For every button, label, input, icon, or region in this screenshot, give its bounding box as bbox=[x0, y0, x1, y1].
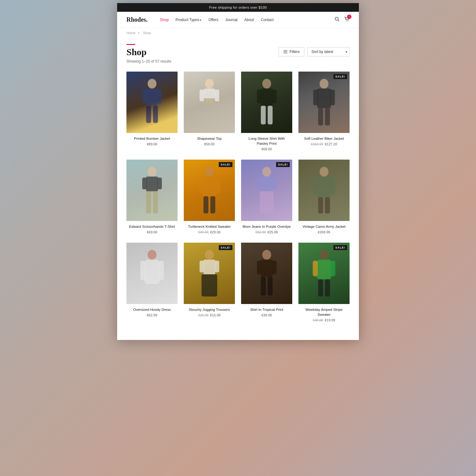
product-card[interactable]: Vintage Camo Army Jacket€269.99 bbox=[298, 160, 350, 235]
product-card[interactable]: Shirt In Tropical Print€38.99 bbox=[241, 243, 292, 323]
top-banner: Free shipping for orders over $100 bbox=[117, 3, 359, 12]
product-image bbox=[298, 160, 350, 221]
product-card[interactable]: Long Sleeve Shirt With Paisley Print€69.… bbox=[241, 72, 292, 152]
svg-rect-69 bbox=[313, 261, 318, 276]
svg-point-61 bbox=[262, 250, 271, 260]
breadcrumb: Home » Shop bbox=[117, 28, 359, 38]
product-figure bbox=[241, 160, 292, 221]
page-title: Shop bbox=[126, 47, 147, 57]
svg-rect-19 bbox=[257, 90, 261, 103]
nav-journal[interactable]: Journal bbox=[225, 18, 237, 22]
svg-rect-39 bbox=[203, 196, 208, 213]
svg-rect-40 bbox=[210, 196, 215, 213]
product-figure bbox=[298, 72, 350, 133]
product-figure bbox=[126, 243, 178, 304]
product-card[interactable]: SALE!Soft Leather Biker Jacket€162.99€12… bbox=[298, 72, 350, 152]
sort-select[interactable]: Sort by latestPrice: Low to HighPrice: H… bbox=[307, 47, 350, 56]
product-info: Oversized Hoody Dress€62.99 bbox=[126, 304, 178, 318]
product-price: €38.99 bbox=[242, 313, 291, 317]
svg-rect-32 bbox=[157, 178, 162, 189]
product-card[interactable]: SALE!Weekday Amped Stripe Sweater€40.00€… bbox=[298, 243, 350, 323]
product-image bbox=[184, 243, 235, 304]
svg-rect-18 bbox=[261, 89, 272, 106]
svg-rect-20 bbox=[272, 90, 276, 103]
svg-rect-54 bbox=[140, 261, 145, 280]
svg-rect-31 bbox=[142, 178, 147, 189]
product-image bbox=[184, 72, 235, 133]
price-original: €162.99 bbox=[311, 142, 323, 146]
nav-links: Shop Product Types Offers Journal About … bbox=[160, 18, 335, 22]
svg-rect-16 bbox=[215, 90, 219, 101]
product-price: €49.00€29.00 bbox=[185, 230, 234, 234]
breadcrumb-current: Shop bbox=[143, 31, 151, 35]
sale-badge: SALE! bbox=[219, 245, 232, 250]
svg-rect-12 bbox=[153, 106, 158, 123]
svg-rect-48 bbox=[313, 178, 318, 194]
nav-product-types[interactable]: Product Types bbox=[175, 18, 201, 22]
svg-rect-72 bbox=[325, 279, 330, 296]
filter-button[interactable]: Filters bbox=[279, 47, 304, 56]
product-image bbox=[298, 243, 350, 304]
svg-point-52 bbox=[148, 250, 156, 260]
showing-text: Showing 1–20 of 57 results bbox=[126, 59, 350, 64]
svg-rect-28 bbox=[325, 108, 330, 125]
svg-rect-47 bbox=[317, 177, 332, 197]
product-info: Turtleneck Knitted Sweater€49.00€29.00 bbox=[184, 221, 235, 235]
svg-rect-24 bbox=[317, 89, 331, 108]
product-card[interactable]: Printed Bomber Jacket€89.00 bbox=[126, 72, 178, 152]
svg-rect-10 bbox=[157, 90, 162, 103]
svg-point-0 bbox=[335, 17, 338, 20]
product-card[interactable]: Shapewear Top€59.00 bbox=[184, 72, 235, 152]
svg-rect-25 bbox=[313, 90, 318, 105]
search-icon[interactable] bbox=[335, 17, 340, 23]
product-card[interactable]: SALE!Turtleneck Knitted Sweater€49.00€29… bbox=[184, 160, 235, 235]
product-image bbox=[126, 243, 178, 304]
product-figure bbox=[126, 72, 178, 133]
product-figure bbox=[298, 160, 350, 221]
nav-shop[interactable]: Shop bbox=[160, 18, 169, 22]
svg-rect-53 bbox=[144, 260, 160, 284]
svg-rect-30 bbox=[146, 177, 158, 192]
svg-rect-8 bbox=[146, 89, 158, 106]
svg-rect-66 bbox=[268, 277, 273, 295]
svg-point-23 bbox=[320, 79, 328, 89]
price-sale: €25.99 bbox=[267, 230, 278, 234]
nav-about[interactable]: About bbox=[244, 18, 254, 22]
product-price: €69.00 bbox=[242, 147, 291, 151]
product-card[interactable]: SALE!Mom Jeans In Purple Overdye€52.99€2… bbox=[241, 160, 292, 235]
product-name: Shirt In Tropical Print bbox=[242, 307, 291, 312]
product-image bbox=[241, 243, 292, 304]
svg-rect-45 bbox=[260, 191, 273, 213]
nav-contact[interactable]: Contact bbox=[261, 18, 274, 22]
price-original: €49.00 bbox=[198, 230, 209, 234]
product-name: Shapewear Top bbox=[185, 136, 234, 141]
svg-rect-55 bbox=[159, 261, 164, 280]
svg-rect-58 bbox=[200, 261, 204, 272]
product-price: €52.99€25.99 bbox=[242, 230, 291, 234]
product-figure bbox=[184, 72, 235, 133]
logo[interactable]: Rhodes. bbox=[126, 16, 148, 23]
sale-badge: SALE! bbox=[276, 162, 290, 167]
svg-point-35 bbox=[205, 167, 214, 177]
svg-rect-65 bbox=[261, 277, 266, 295]
product-price: €62.99 bbox=[128, 313, 176, 317]
price-sale: €29.00 bbox=[210, 230, 221, 234]
product-name: Edward Scissorhands T-Shirt bbox=[128, 224, 176, 229]
price-sale: €19.99 bbox=[325, 318, 335, 322]
product-card[interactable]: Oversized Hoody Dress€62.99 bbox=[126, 243, 178, 323]
svg-point-56 bbox=[205, 250, 214, 260]
filter-label: Filters bbox=[289, 50, 300, 54]
cart-icon[interactable]: 1 bbox=[344, 16, 350, 23]
svg-point-29 bbox=[148, 167, 156, 177]
sale-badge: SALE! bbox=[219, 162, 232, 167]
svg-point-7 bbox=[148, 79, 156, 89]
product-card[interactable]: SALE!Slouchy Jogging Trousers€25.95€15.9… bbox=[184, 243, 235, 323]
product-info: Shapewear Top€59.00 bbox=[184, 133, 235, 147]
product-image bbox=[126, 72, 178, 133]
nav-offers[interactable]: Offers bbox=[208, 18, 218, 22]
product-image bbox=[241, 72, 292, 133]
breadcrumb-home[interactable]: Home bbox=[126, 31, 135, 35]
product-image bbox=[126, 160, 178, 221]
product-info: Mom Jeans In Purple Overdye€52.99€25.99 bbox=[241, 221, 292, 235]
product-card[interactable]: Edward Scissorhands T-Shirt€69.00 bbox=[126, 160, 178, 235]
